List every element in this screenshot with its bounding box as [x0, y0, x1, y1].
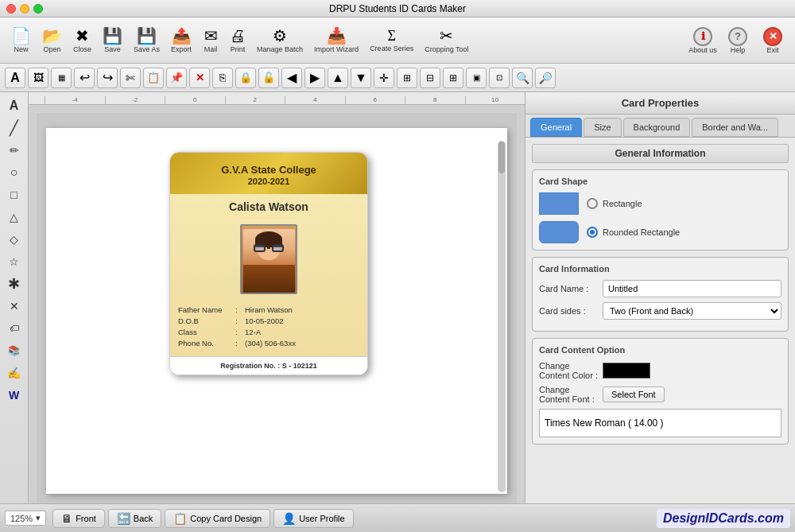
- cross-tool[interactable]: ✕: [3, 296, 25, 316]
- text-insert-tool[interactable]: W: [3, 385, 25, 406]
- toolbar-about-us[interactable]: ℹ About us: [687, 25, 719, 56]
- card-header: G.V.A State College 2020-2021: [170, 153, 367, 195]
- move-button[interactable]: ✛: [374, 68, 394, 88]
- content-color-swatch[interactable]: [603, 363, 650, 379]
- copy-button[interactable]: 📋: [143, 68, 164, 88]
- ruler-mark-5: 4: [285, 96, 345, 104]
- duplicate-button[interactable]: ⎘: [212, 68, 233, 88]
- toolbar-help[interactable]: ? Help: [722, 25, 754, 56]
- toolbar-new[interactable]: 📄 New: [6, 26, 36, 55]
- pencil-tool[interactable]: ✍: [3, 363, 25, 383]
- ruler-mark-6: 6: [345, 96, 405, 104]
- content-font-label: Change Content Font :: [539, 385, 603, 404]
- align-left-button[interactable]: ⊞: [397, 68, 417, 88]
- card-sides-select[interactable]: One (Front Only) Two (Front and Back): [603, 302, 781, 320]
- align-right-button[interactable]: ⊟: [420, 68, 440, 88]
- tab-size[interactable]: Size: [584, 118, 621, 137]
- right-arrow-button[interactable]: ▶: [304, 68, 325, 88]
- down-arrow-button[interactable]: ▼: [351, 68, 371, 88]
- toolbar-close-label: Close: [73, 45, 91, 53]
- undo-button[interactable]: ↩: [74, 68, 95, 88]
- unlock-button[interactable]: 🔓: [258, 68, 279, 88]
- tab-border[interactable]: Border and Wa...: [692, 118, 778, 137]
- label-tool[interactable]: 🏷: [3, 318, 25, 339]
- canvas-white-area[interactable]: G.V.A State College 2020-2021 Calista Wa…: [46, 128, 507, 494]
- line-tool[interactable]: ╱: [3, 118, 25, 138]
- toolbar-export[interactable]: 📤 Export: [166, 26, 196, 55]
- rectangle-tool[interactable]: □: [3, 184, 25, 205]
- ruler-marks: -4 -2 0 2 4 6 8 10: [45, 92, 525, 104]
- toolbar-right: ℹ About us ? Help ✕ Exit: [687, 25, 789, 56]
- tab-general[interactable]: General: [530, 118, 582, 137]
- minimize-window-button[interactable]: [20, 4, 29, 14]
- maximize-window-button[interactable]: [33, 4, 43, 14]
- triangle-tool[interactable]: △: [3, 207, 25, 227]
- image-tool-button[interactable]: 🖼: [28, 68, 48, 88]
- bottom-bar: 125% ▾ 🖥 Front 🔙 Back 📋 Copy Card Design…: [0, 503, 795, 532]
- asterisk-tool[interactable]: ✱: [3, 274, 25, 294]
- card-view-button[interactable]: ▣: [466, 68, 487, 88]
- vertical-scrollbar[interactable]: [498, 141, 506, 492]
- cut-button[interactable]: ✄: [120, 68, 141, 88]
- barcode-button[interactable]: ▦: [51, 68, 72, 88]
- toolbar-save[interactable]: 💾 Save: [98, 26, 127, 55]
- canvas-surface[interactable]: G.V.A State College 2020-2021 Calista Wa…: [37, 113, 517, 503]
- pen-tool[interactable]: ✏: [3, 140, 25, 161]
- select-font-button[interactable]: Select Font: [603, 386, 665, 402]
- toolbar-print[interactable]: 🖨 Print: [225, 26, 250, 55]
- toolbar-mail[interactable]: ✉ Mail: [198, 26, 223, 55]
- back-button[interactable]: 🔙 Back: [108, 509, 161, 528]
- zoom-out-button[interactable]: 🔍: [535, 68, 556, 88]
- photo-frame: [240, 224, 297, 294]
- redo-button[interactable]: ↪: [97, 68, 118, 88]
- rounded-rectangle-option[interactable]: Rounded Rectangle: [539, 221, 781, 243]
- toolbar-open[interactable]: 📂 Open: [37, 26, 67, 55]
- left-arrow-button[interactable]: ◀: [281, 68, 302, 88]
- select-tool[interactable]: A: [3, 95, 25, 116]
- card-name-input[interactable]: [603, 280, 781, 297]
- secondary-toolbar: A 🖼 ▦ ↩ ↪ ✄ 📋 📌 ✕ ⎘ 🔒 🔓 ◀ ▶ ▲ ▼ ✛ ⊞ ⊟ ⊞ …: [0, 64, 795, 92]
- tab-background[interactable]: Background: [623, 118, 691, 137]
- toolbar-export-label: Export: [171, 45, 192, 53]
- toolbar-manage-batch[interactable]: ⚙ Manage Batch: [252, 26, 308, 55]
- toolbar-cropping-tool[interactable]: ✂ Cropping Tool: [420, 26, 473, 55]
- size-button[interactable]: ⊡: [489, 68, 510, 88]
- star-tool[interactable]: ☆: [3, 251, 25, 272]
- card-year: 2020-2021: [178, 177, 359, 186]
- rounded-rectangle-radio[interactable]: [587, 227, 598, 238]
- rectangle-radio-label[interactable]: Rectangle: [587, 198, 642, 209]
- paste-button[interactable]: 📌: [166, 68, 187, 88]
- toolbar-exit[interactable]: ✕ Exit: [757, 25, 789, 56]
- toolbar-save-as[interactable]: 💾 Save As: [129, 26, 165, 55]
- toolbar-create-series[interactable]: Σ Create Series: [365, 27, 418, 54]
- dob-label: D.O.B: [178, 316, 235, 325]
- up-arrow-button[interactable]: ▲: [328, 68, 348, 88]
- radio-dot: [590, 230, 595, 235]
- rounded-radio-label[interactable]: Rounded Rectangle: [587, 227, 680, 238]
- books-tool[interactable]: 📚: [3, 340, 25, 361]
- toolbar-import-wizard[interactable]: 📥 Import Wizard: [309, 26, 363, 55]
- text-tool-button[interactable]: A: [5, 68, 25, 88]
- exit-label: Exit: [766, 46, 778, 54]
- table-button[interactable]: ⊞: [443, 68, 463, 88]
- card-properties-header: Card Properties: [525, 92, 795, 115]
- copy-card-design-button[interactable]: 📋 Copy Card Design: [165, 509, 270, 528]
- diamond-tool[interactable]: ◇: [3, 229, 25, 250]
- brand-logo: DesignIDCards.com: [657, 509, 790, 528]
- scroll-thumb[interactable]: [498, 142, 505, 173]
- rectangle-option[interactable]: Rectangle: [539, 192, 781, 215]
- circle-tool[interactable]: ○: [3, 162, 25, 183]
- lock-button[interactable]: 🔒: [235, 68, 256, 88]
- toolbar-close[interactable]: ✖ Close: [68, 26, 96, 55]
- font-display: Times New Roman ( 14.00 ): [539, 409, 781, 437]
- zoom-in-button[interactable]: 🔍: [512, 68, 533, 88]
- user-profile-button[interactable]: 👤 User Profile: [273, 509, 353, 528]
- rectangle-radio[interactable]: [587, 198, 598, 209]
- ruler-mark-2: -2: [105, 96, 165, 104]
- traffic-lights[interactable]: [6, 4, 43, 14]
- close-window-button[interactable]: [6, 4, 16, 14]
- delete-button[interactable]: ✕: [189, 68, 210, 88]
- front-button[interactable]: 🖥 Front: [52, 509, 105, 528]
- canvas-area[interactable]: -4 -2 0 2 4 6 8 10 G.V.A State College 2…: [29, 92, 525, 503]
- card-sides-row: Card sides : One (Front Only) Two (Front…: [539, 302, 781, 320]
